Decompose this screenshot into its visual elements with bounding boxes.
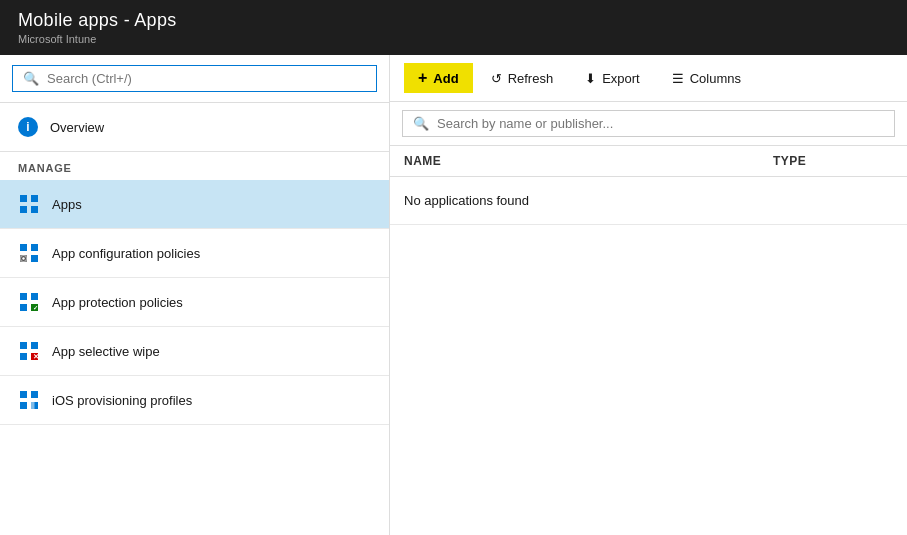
svg-rect-12 [20, 304, 27, 311]
app-header: Mobile apps - Apps Microsoft Intune [0, 0, 907, 55]
sidebar-app-config-label: App configuration policies [52, 246, 200, 261]
sidebar-item-app-protection[interactable]: ✓ App protection policies [0, 278, 389, 327]
col-type-header: TYPE [773, 154, 893, 168]
content-search-input[interactable] [437, 116, 884, 131]
sidebar-apps-label: Apps [52, 197, 82, 212]
svg-rect-1 [31, 195, 38, 202]
sidebar-item-overview[interactable]: i Overview [0, 103, 389, 152]
col-name-header: NAME [404, 154, 773, 168]
no-data-message: No applications found [390, 177, 907, 225]
svg-text:✕: ✕ [33, 353, 39, 360]
svg-rect-11 [31, 293, 38, 300]
svg-rect-25 [31, 402, 35, 409]
app-config-icon [18, 242, 40, 264]
content-search-container: 🔍 [390, 102, 907, 146]
svg-text:✓: ✓ [33, 305, 38, 311]
content-search-icon: 🔍 [413, 116, 429, 131]
svg-rect-0 [20, 195, 27, 202]
content-area: + Add ↺ Refresh ⬇ Export ☰ Columns 🔍 [390, 55, 907, 535]
svg-rect-7 [31, 255, 38, 262]
sidebar-app-protection-label: App protection policies [52, 295, 183, 310]
svg-point-9 [22, 257, 24, 259]
export-label: Export [602, 71, 640, 86]
content-search-box[interactable]: 🔍 [402, 110, 895, 137]
page-title: Mobile apps - Apps [18, 10, 889, 31]
svg-rect-18 [20, 353, 27, 360]
sidebar-search-icon: 🔍 [23, 71, 39, 86]
table-body: No applications found [390, 177, 907, 535]
refresh-label: Refresh [508, 71, 554, 86]
main-layout: 🔍 i Overview MANAGE Apps [0, 55, 907, 535]
export-icon: ⬇ [585, 71, 596, 86]
svg-rect-16 [20, 342, 27, 349]
ios-profiles-icon [18, 389, 40, 411]
sidebar: 🔍 i Overview MANAGE Apps [0, 55, 390, 535]
svg-rect-17 [31, 342, 38, 349]
sidebar-item-apps[interactable]: Apps [0, 180, 389, 229]
columns-icon: ☰ [672, 71, 684, 86]
sidebar-item-app-config[interactable]: App configuration policies [0, 229, 389, 278]
manage-section-label: MANAGE [0, 152, 389, 180]
content-toolbar: + Add ↺ Refresh ⬇ Export ☰ Columns [390, 55, 907, 102]
svg-rect-22 [31, 391, 38, 398]
sidebar-search-container: 🔍 [0, 55, 389, 103]
add-icon: + [418, 69, 427, 87]
sidebar-search-box[interactable]: 🔍 [12, 65, 377, 92]
svg-rect-4 [20, 244, 27, 251]
add-button[interactable]: + Add [404, 63, 473, 93]
svg-rect-3 [31, 206, 38, 213]
overview-label: Overview [50, 120, 104, 135]
sidebar-app-wipe-label: App selective wipe [52, 344, 160, 359]
add-label: Add [433, 71, 458, 86]
app-wipe-icon: ✕ [18, 340, 40, 362]
sidebar-ios-profiles-label: iOS provisioning profiles [52, 393, 192, 408]
apps-icon [18, 193, 40, 215]
app-protection-icon: ✓ [18, 291, 40, 313]
table-header: NAME TYPE [390, 146, 907, 177]
columns-label: Columns [690, 71, 741, 86]
info-icon: i [18, 117, 38, 137]
columns-button[interactable]: ☰ Columns [658, 65, 755, 92]
refresh-icon: ↺ [491, 71, 502, 86]
sidebar-item-ios-profiles[interactable]: iOS provisioning profiles [0, 376, 389, 425]
app-subtitle: Microsoft Intune [18, 33, 889, 45]
svg-rect-10 [20, 293, 27, 300]
export-button[interactable]: ⬇ Export [571, 65, 654, 92]
svg-rect-2 [20, 206, 27, 213]
svg-rect-21 [20, 391, 27, 398]
refresh-button[interactable]: ↺ Refresh [477, 65, 568, 92]
sidebar-item-app-wipe[interactable]: ✕ App selective wipe [0, 327, 389, 376]
sidebar-search-input[interactable] [47, 71, 366, 86]
svg-rect-23 [20, 402, 27, 409]
svg-rect-5 [31, 244, 38, 251]
